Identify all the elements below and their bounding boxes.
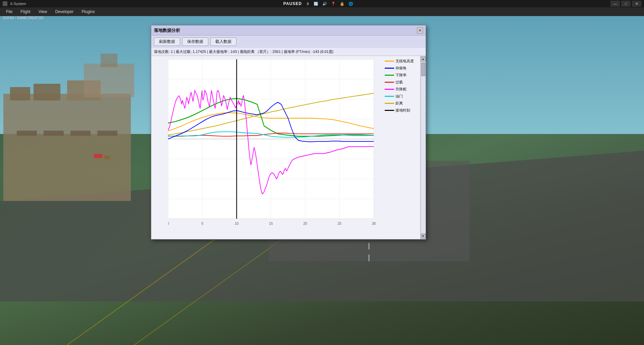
refresh-button[interactable]: 刷新数据 (154, 38, 180, 46)
legend-item-7: 接地时刻 (385, 108, 419, 113)
scroll-down-button[interactable]: ▼ (421, 234, 426, 238)
legend-color-7 (385, 110, 394, 111)
legend-item-0: 无线电高度 (385, 59, 419, 64)
svg-rect-6 (10, 87, 30, 100)
svg-text:10: 10 (235, 221, 238, 225)
close-button[interactable]: ✕ (632, 1, 641, 7)
titlebar: X-System PAUSED ⏸ 🔄 🔊 📍 🔒 🌐 — □ ✕ (0, 0, 644, 7)
svg-text:20: 20 (303, 221, 307, 225)
scroll-thumb[interactable] (421, 63, 425, 76)
app-title: X-System (10, 2, 26, 6)
svg-rect-9 (17, 131, 37, 136)
save-button[interactable]: 保存数据 (182, 38, 208, 46)
menu-developer[interactable]: Developer (52, 9, 77, 15)
svg-rect-7 (34, 84, 60, 100)
svg-text:15: 15 (269, 221, 273, 225)
legend-label-3: 过载 (395, 80, 403, 85)
legend-label-1: 仰俯角 (395, 66, 407, 71)
legend-label-5: 油门 (395, 94, 403, 99)
legend-item-5: 油门 (385, 94, 419, 99)
dialog-title: 落地数据分析 (154, 27, 180, 33)
svg-rect-13 (94, 154, 102, 158)
legend-color-0 (385, 61, 394, 62)
minimize-button[interactable]: — (610, 1, 620, 7)
svg-rect-5 (3, 94, 131, 201)
svg-rect-14 (104, 156, 110, 159)
dialog-stats: 落地次数: 1 | 最大过载: 1.17425 | 最大接地率: -143 | … (151, 48, 426, 56)
svg-text:25: 25 (337, 221, 341, 225)
scroll-up-button[interactable]: ▲ (421, 57, 426, 61)
titlebar-left: X-System (3, 1, 26, 6)
svg-rect-10 (44, 131, 64, 136)
status-icon-5: 🌐 (348, 2, 353, 6)
menu-view[interactable]: View (35, 9, 51, 15)
legend-color-2 (385, 75, 394, 76)
legend-color-5 (385, 96, 394, 97)
legend-label-7: 接地时刻 (395, 108, 410, 113)
legend-item-1: 仰俯角 (385, 66, 419, 71)
menu-plugins[interactable]: Plugins (78, 9, 98, 15)
status-icon-play: ⏸ (306, 2, 310, 6)
load-button[interactable]: 载入数据 (210, 38, 236, 46)
legend-color-3 (385, 82, 394, 83)
legend-color-1 (385, 68, 394, 69)
status-icon-2: 🔊 (322, 2, 327, 6)
dialog-toolbar: 刷新数据 保存数据 载入数据 (151, 36, 426, 48)
titlebar-controls[interactable]: — □ ✕ (610, 1, 641, 7)
dialog-scrollbar[interactable]: ▲ ▼ (420, 56, 426, 239)
status-icon-3: 📍 (331, 2, 336, 6)
legend-item-4: 升降舵 (385, 87, 419, 92)
legend-label-6: 距离 (395, 101, 403, 106)
legend-color-4 (385, 89, 394, 90)
titlebar-status: PAUSED ⏸ 🔄 🔊 📍 🔒 🌐 (283, 1, 353, 6)
legend-label-2: 下降率 (395, 73, 407, 78)
legend-item-6: 距离 (385, 101, 419, 106)
svg-rect-17 (84, 64, 134, 97)
svg-text:5: 5 (201, 221, 203, 225)
menu-file[interactable]: File (3, 9, 16, 15)
app-icon (3, 1, 7, 6)
legend-label-0: 无线电高度 (395, 59, 414, 64)
svg-text:30: 30 (372, 221, 376, 225)
status-icon-4: 🔒 (340, 2, 344, 6)
menubar: File Flight View Developer Plugins (0, 7, 644, 16)
svg-rect-12 (97, 131, 117, 136)
legend-label-4: 升降舵 (395, 87, 407, 92)
maximize-button[interactable]: □ (621, 1, 631, 7)
landing-analysis-dialog: 落地数据分析 ✕ 刷新数据 保存数据 载入数据 落地次数: 1 | 最大过载: … (151, 25, 426, 239)
dialog-titlebar: 落地数据分析 ✕ (151, 25, 426, 36)
status-icon-1: 🔄 (314, 2, 318, 6)
svg-text:0: 0 (168, 221, 169, 225)
chart-legend: 无线电高度仰俯角下降率过载升降舵油门距离接地时刻 (383, 56, 420, 239)
menu-flight[interactable]: Flight (17, 9, 34, 15)
pilot-info: SOFAR / GAMECREAT250 (0, 16, 101, 21)
legend-item-2: 下降率 (385, 73, 419, 78)
legend-color-6 (385, 103, 394, 104)
svg-rect-18 (101, 54, 117, 67)
dialog-content: 100 75 50 25 0 -25 -50 -75 -100 0 5 10 1… (151, 56, 426, 239)
dialog-close-button[interactable]: ✕ (417, 27, 423, 33)
chart-svg: 100 75 50 25 0 -25 -50 -75 -100 0 5 10 1… (168, 59, 380, 229)
paused-label: PAUSED (283, 1, 302, 6)
legend-item-3: 过载 (385, 80, 419, 85)
svg-rect-11 (70, 131, 91, 136)
scroll-track[interactable] (421, 62, 426, 233)
chart-area: 100 75 50 25 0 -25 -50 -75 -100 0 5 10 1… (151, 56, 383, 239)
